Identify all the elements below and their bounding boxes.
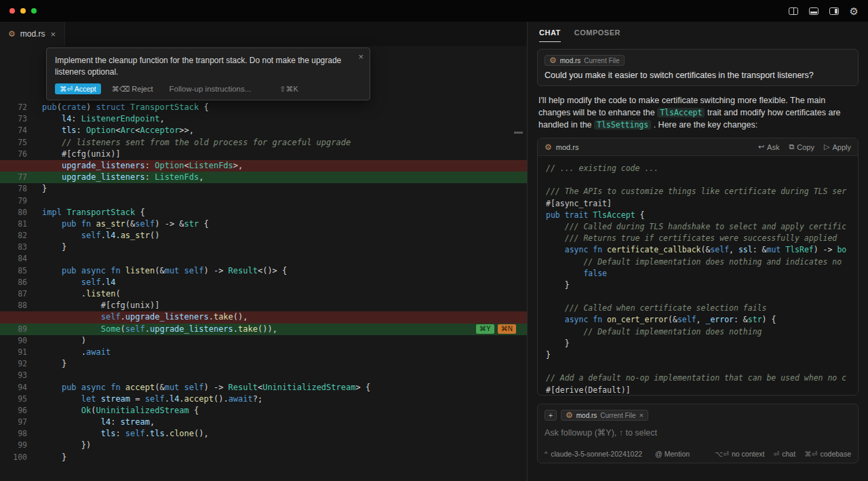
reject-button[interactable]: ⌘⌫ Reject <box>112 85 153 94</box>
composer-hint-chat[interactable]: ⏎chat <box>773 450 795 458</box>
composer-hint-codebase[interactable]: ⌘⏎codebase <box>804 450 851 458</box>
diff-shortcut-badge[interactable]: ⌘N <box>498 324 516 334</box>
at-icon: @ <box>655 450 663 458</box>
chat-input[interactable]: Ask followup (⌘Y), ↑ to select <box>545 427 851 438</box>
add-context-button[interactable]: + <box>545 410 557 421</box>
code-text: #[async_trait] <box>546 198 612 210</box>
code-text: /// Called when certificate selection fa… <box>546 303 766 314</box>
settings-gear-icon[interactable]: ⚙ <box>850 6 859 16</box>
composer-chips: + ⚙ mod.rs Current File × <box>545 410 851 421</box>
split-panel-icon[interactable] <box>789 7 798 15</box>
chat-code-filename: mod.rs <box>556 143 579 151</box>
close-window-button[interactable] <box>9 8 15 14</box>
composer-bottom-bar: ^ claude-3-5-sonnet-20241022 @ Mention ⌥… <box>545 450 851 458</box>
popup-close-icon[interactable]: × <box>358 52 363 62</box>
mention-button[interactable]: @ Mention <box>655 450 690 458</box>
code-text: /// The APIs to customize things like ce… <box>546 186 846 197</box>
line-number: 99 <box>0 440 27 451</box>
apply-label: Apply <box>832 143 851 151</box>
bottom-panel-icon[interactable] <box>809 7 818 15</box>
composer-file-chip[interactable]: ⚙ mod.rs Current File × <box>561 410 648 421</box>
chat-composer[interactable]: + ⚙ mod.rs Current File × Ask followup (… <box>537 404 859 463</box>
line-number <box>0 160 27 172</box>
code-text: pub async fn listen(&mut self) -> Result… <box>42 265 287 277</box>
right-panel-icon[interactable] <box>829 7 839 15</box>
code-editor[interactable]: 72pub(crate) struct TransportStack {73 l… <box>0 46 527 481</box>
followup-instructions-input[interactable]: Follow-up instructions... <box>170 85 252 93</box>
code-line: 96 Ok(UninitializedStream { <box>0 405 527 417</box>
chat-code-line: #[derive(Default)] <box>546 385 850 395</box>
code-line: 78} <box>0 183 527 195</box>
code-line: 91 .await <box>0 347 527 358</box>
code-text: } <box>42 183 47 195</box>
code-line: 99 }) <box>0 440 527 451</box>
code-line: 82 self.l4.as_str() <box>0 230 527 242</box>
assistant-message: I'll help modify the code to make certif… <box>538 94 857 131</box>
copy-label: Copy <box>797 143 814 151</box>
hint-keys-icon: ⌘⏎ <box>804 450 817 458</box>
code-text: } <box>546 349 551 361</box>
diff-shortcut-badge[interactable]: ⌘Y <box>476 324 494 334</box>
chat-code-line: /// Called during TLS handshake to selec… <box>546 221 850 233</box>
code-text: } <box>546 280 570 291</box>
code-line: 87 .listen( <box>0 288 527 300</box>
chat-code-line: /// Returns true if certificates were su… <box>546 233 850 244</box>
ask-label: Ask <box>767 143 779 151</box>
apply-icon: ▷ <box>824 142 829 151</box>
mention-label: Mention <box>665 450 690 458</box>
chat-code-line: #[async_trait] <box>546 198 850 210</box>
line-number: 88 <box>0 300 27 311</box>
code-text: async fn on_cert_error(&self, _error: &s… <box>546 314 776 326</box>
tab-close-icon[interactable]: × <box>50 29 56 39</box>
accept-button[interactable]: ⌘⏎ Accept <box>55 83 101 94</box>
app-window: ⚙ ⚙ mod.rs × × Implement the cleanup fun… <box>0 0 868 481</box>
chat-code-line: // ... existing code ... <box>546 163 850 174</box>
line-number: 87 <box>0 288 27 300</box>
code-text: } <box>42 358 66 370</box>
chip-close-icon[interactable]: × <box>639 411 644 419</box>
code-line: 79 <box>0 195 527 207</box>
editor-scrollbar-thumb[interactable] <box>514 132 523 134</box>
chat-code-line: } <box>546 280 850 291</box>
code-text: pub async fn accept(&mut self) -> Result… <box>42 382 370 393</box>
chat-body: ⚙ mod.rs Current File Could you make it … <box>528 42 868 481</box>
line-number: 97 <box>0 417 27 428</box>
model-selector[interactable]: claude-3-5-sonnet-20241022 <box>551 450 642 458</box>
tab-chat[interactable]: CHAT <box>539 28 561 42</box>
inline-diff-popup: × Implement the cleanup function for the… <box>46 47 370 100</box>
file-context-chip[interactable]: ⚙ mod.rs Current File <box>545 55 625 66</box>
tab-mod-rs[interactable]: ⚙ mod.rs × <box>0 22 65 46</box>
composer-hint-no-context[interactable]: ⌥⏎no context <box>715 450 764 458</box>
diff-popup-message: Implement the cleanup function for the t… <box>55 55 349 77</box>
zoom-window-button[interactable] <box>31 8 37 14</box>
code-text: .listen( <box>42 288 121 300</box>
editor-tabstrip: ⚙ mod.rs × <box>0 22 527 46</box>
apply-button[interactable]: ▷ Apply <box>824 142 851 151</box>
code-text: tls: Option<Arc<Acceptor>>, <box>42 125 194 136</box>
followup-shortcut: ⇧⌘K <box>279 85 298 94</box>
line-number: 79 <box>0 195 27 207</box>
chip-filename: mod.rs <box>576 412 597 419</box>
line-number: 86 <box>0 277 27 288</box>
code-text: Ok(UninitializedStream { <box>42 405 199 417</box>
line-number: 91 <box>0 347 27 358</box>
code-line: 73 l4: ListenerEndpoint, <box>0 113 527 125</box>
line-number: 100 <box>0 452 27 463</box>
code-text: self.l4.as_str() <box>42 230 159 242</box>
line-number: 72 <box>0 102 27 113</box>
line-number: 83 <box>0 242 27 253</box>
chat-code-line <box>546 174 850 186</box>
traffic-lights <box>9 8 37 14</box>
tab-label: mod.rs <box>20 29 45 39</box>
line-number: 92 <box>0 358 27 370</box>
code-text: .await <box>42 347 111 358</box>
minimize-window-button[interactable] <box>20 8 26 14</box>
tab-composer[interactable]: COMPOSER <box>574 28 620 42</box>
hint-label: chat <box>782 450 795 458</box>
code-text: false <box>546 268 607 280</box>
code-line: 100 } <box>0 452 527 463</box>
ask-button[interactable]: ↩ Ask <box>758 142 780 151</box>
code-text: impl TransportStack { <box>42 207 145 218</box>
code-line: 72pub(crate) struct TransportStack { <box>0 102 527 113</box>
copy-button[interactable]: ⧉ Copy <box>789 142 814 151</box>
